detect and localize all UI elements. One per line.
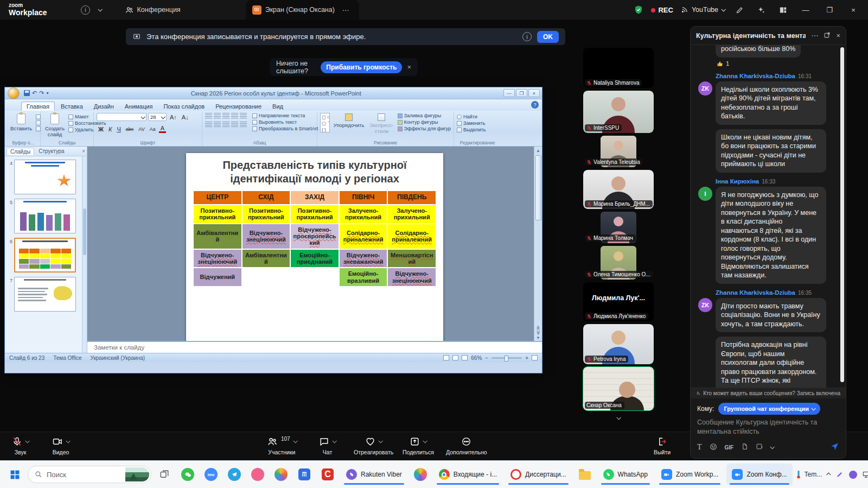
imo-icon[interactable]: imo <box>201 464 221 485</box>
tab-screen-share[interactable]: Экран (Скнар Оксана) ⋯ <box>246 0 359 20</box>
new-slide-button[interactable]: Создать слайд <box>43 113 66 138</box>
find-button[interactable]: Найти <box>457 114 486 119</box>
zoom-slider[interactable] <box>492 357 522 359</box>
taskbar-app-viber[interactable]: Rakuten Viber <box>341 464 407 485</box>
office-button[interactable] <box>8 87 20 99</box>
notes-pane[interactable]: Заметки к слайду <box>87 341 542 353</box>
undo-icon[interactable]: ↶ <box>32 90 37 97</box>
pane-scrollbar[interactable] <box>82 156 87 353</box>
layout-panel-icon[interactable] <box>776 3 790 17</box>
task-view-button[interactable] <box>154 464 175 485</box>
ppt-maximize-button[interactable]: ❐ <box>516 89 527 97</box>
bold-button[interactable]: Ж <box>97 126 105 132</box>
format-text-icon[interactable]: T <box>697 443 702 452</box>
ppt-close-button[interactable]: × <box>528 89 540 97</box>
tab-more-icon[interactable]: ⋯ <box>339 3 353 17</box>
chat-reaction[interactable]: 1 <box>717 60 838 67</box>
shapes-gallery[interactable]: ◻○△▭◇☆ ⬠⌒〜{}⇨⇩ <box>320 113 330 132</box>
quick-styles-button[interactable]: Экспресс-стили <box>368 113 395 135</box>
slide-thumbnail-selected[interactable]: 6 <box>6 238 81 272</box>
chevron-down-icon[interactable] <box>93 3 107 17</box>
ribbon-tab-slideshow[interactable]: Показ слайдов <box>158 102 209 111</box>
file-explorer-icon[interactable] <box>575 464 595 485</box>
copilot-icon[interactable] <box>410 464 431 485</box>
arrange-button[interactable]: Упорядочить <box>332 113 366 129</box>
slide-canvas[interactable]: Представленість типів культурної ідентиф… <box>87 147 542 341</box>
emoji-icon[interactable] <box>710 443 717 452</box>
chat-scrollbar[interactable] <box>840 47 844 382</box>
font-size-combo[interactable]: 28 <box>148 113 167 121</box>
participant-tile-active-speaker[interactable]: Скнар Оксана <box>583 367 654 410</box>
bullets-icon[interactable] <box>205 113 212 118</box>
ribbon-tab-insert[interactable]: Вставка <box>56 102 88 111</box>
scroll-up-icon[interactable]: ▲ <box>534 147 542 154</box>
more-input-options-chevron[interactable] <box>770 445 775 449</box>
smartart-button[interactable]: Преобразовать в SmartArt <box>252 126 318 131</box>
pane-tab-slides[interactable]: Слайды <box>7 148 34 155</box>
zoom-in-icon[interactable]: + <box>525 355 528 361</box>
participant-tile[interactable]: Nataliya Shmarova <box>583 48 654 88</box>
react-chevron[interactable] <box>379 439 383 443</box>
format-painter-icon[interactable] <box>36 126 41 131</box>
pink-app-icon[interactable] <box>247 464 268 485</box>
replace-button[interactable]: Заменить <box>457 121 486 126</box>
wechat-icon[interactable] <box>177 464 198 485</box>
info-icon[interactable]: i <box>79 3 93 17</box>
attach-file-icon[interactable] <box>741 443 748 452</box>
calculator-icon[interactable] <box>294 464 315 485</box>
language-indicator[interactable]: Украинский (Украина) <box>91 355 145 361</box>
font-name-combo[interactable] <box>97 113 146 121</box>
video-options-chevron[interactable] <box>66 439 70 443</box>
participant-tile[interactable]: Марина Толмач <box>583 212 654 243</box>
ribbon-tab-home[interactable]: Главная <box>21 102 55 111</box>
minimize-button[interactable]: — <box>797 2 814 17</box>
participants-chevron[interactable] <box>293 439 297 443</box>
ppt-title-bar[interactable]: ↶ ↷ ▾ Скнар 2026 Регіон особл культ іден… <box>5 87 542 99</box>
slide-thumbnail[interactable]: 7 <box>6 277 81 312</box>
slide-thumbnail[interactable]: 5 <box>6 199 81 233</box>
paint-app-icon[interactable] <box>271 464 291 485</box>
justify-icon[interactable] <box>231 122 238 127</box>
columns-icon[interactable] <box>240 122 247 127</box>
text-direction-button[interactable]: Направление текста <box>252 113 318 118</box>
network-icon[interactable] <box>863 471 868 478</box>
security-shield-icon[interactable] <box>634 5 643 15</box>
close-button[interactable]: × <box>845 2 861 17</box>
audio-options-chevron[interactable] <box>25 439 29 443</box>
gif-icon[interactable]: GIF <box>725 445 734 451</box>
ribbon-tab-review[interactable]: Рецензирование <box>210 102 266 111</box>
align-left-icon[interactable] <box>205 122 212 127</box>
normal-view-icon[interactable] <box>443 355 449 360</box>
pane-close-icon[interactable]: × <box>82 148 85 154</box>
indent-decrease-icon[interactable] <box>222 113 229 118</box>
chat-close-icon[interactable]: × <box>836 31 840 40</box>
grow-font-button[interactable]: A↑ <box>168 114 178 121</box>
participants-button[interactable]: 107 Участники <box>267 436 297 455</box>
save-icon[interactable] <box>24 90 30 96</box>
align-text-button[interactable]: Выровнять текст <box>252 119 318 125</box>
zoom-out-icon[interactable]: − <box>485 355 488 361</box>
taskbar-app-whatsapp[interactable]: WhatsApp <box>598 464 653 485</box>
filmstrip-more-button[interactable] <box>583 413 654 423</box>
scroll-down-icon[interactable]: ▼ <box>536 335 540 340</box>
help-icon[interactable]: ? <box>531 101 539 109</box>
viber-tray-icon[interactable] <box>849 471 857 479</box>
audio-button[interactable]: Звук <box>12 436 29 455</box>
chat-button[interactable]: Чат <box>319 436 336 455</box>
redo-icon[interactable]: ↷ <box>39 90 44 97</box>
react-button[interactable]: Отреагировать <box>354 436 393 455</box>
align-right-icon[interactable] <box>222 122 229 127</box>
pen-tray-icon[interactable] <box>836 471 844 478</box>
quick-access-toolbar[interactable]: ↶ ↷ ▾ <box>24 90 48 97</box>
participant-tile[interactable]: Людмила Лук'... Людмила Лук'яненко <box>583 282 654 321</box>
strikethrough-button[interactable]: abc <box>124 126 136 132</box>
copy-icon[interactable] <box>36 121 41 125</box>
ai-companion-icon[interactable] <box>754 3 768 17</box>
paste-button[interactable]: Вставить <box>9 113 34 132</box>
slide-sorter-icon[interactable] <box>452 355 458 360</box>
ok-button[interactable]: OK <box>537 31 559 43</box>
taskbar-app-zoom-workplace[interactable]: Zoom Workp... <box>656 464 724 485</box>
taskbar-app-opera[interactable]: Диссертаци... <box>505 464 572 485</box>
chat-chevron[interactable] <box>332 439 336 443</box>
maximize-button[interactable]: ❐ <box>821 2 838 17</box>
